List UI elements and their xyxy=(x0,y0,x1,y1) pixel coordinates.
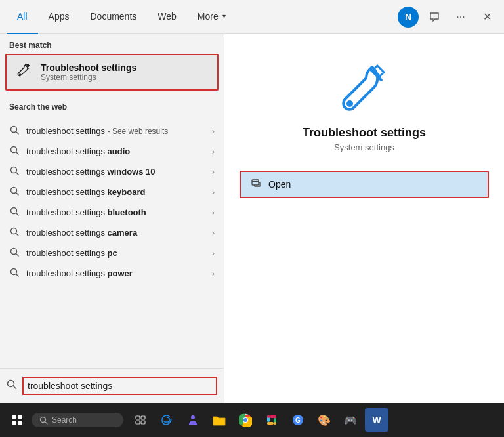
tab-more[interactable]: More ▾ xyxy=(187,0,236,34)
taskbar-google-icon[interactable]: G xyxy=(286,408,310,432)
search-item-3[interactable]: troubleshoot settings windows 10 › xyxy=(0,161,224,182)
nav-controls: N ··· ✕ xyxy=(398,7,497,28)
svg-rect-40 xyxy=(267,422,274,425)
main-content: Best match Troubleshoot settings System … xyxy=(0,34,504,403)
search-section: troubleshoot settings - See web results … xyxy=(0,115,224,289)
taskbar-explorer-icon[interactable] xyxy=(207,408,231,432)
search-item-6-text: troubleshoot settings camera xyxy=(26,228,205,238)
svg-text:G: G xyxy=(295,417,301,424)
search-item-5[interactable]: troubleshoot settings bluetooth › xyxy=(0,202,224,222)
svg-line-6 xyxy=(16,173,19,175)
open-button[interactable]: Open xyxy=(240,171,489,198)
search-icon-5 xyxy=(9,207,20,218)
svg-rect-29 xyxy=(141,416,145,419)
tab-documents[interactable]: Documents xyxy=(79,0,147,34)
wrench-icon xyxy=(16,62,33,83)
search-icon-8 xyxy=(9,268,20,279)
search-item-6[interactable]: troubleshoot settings camera › xyxy=(0,222,224,243)
search-item-7[interactable]: troubleshoot settings pc › xyxy=(0,243,224,263)
search-item-2[interactable]: troubleshoot settings audio › xyxy=(0,141,224,161)
taskbar-search-text: Search xyxy=(52,415,77,425)
search-item-4[interactable]: troubleshoot settings keyboard › xyxy=(0,182,224,202)
taskbar-teams-icon[interactable] xyxy=(181,408,205,432)
search-item-5-arrow: › xyxy=(212,208,215,217)
top-nav: All Apps Documents Web More ▾ N ··· ✕ xyxy=(0,0,504,34)
search-item-1-arrow: › xyxy=(212,127,215,136)
search-item-8-text: troubleshoot settings power xyxy=(26,268,205,278)
svg-rect-23 xyxy=(18,415,22,419)
search-item-5-text: troubleshoot settings bluetooth xyxy=(26,207,205,217)
detail-icon-wrap xyxy=(338,60,390,115)
svg-point-19 xyxy=(346,100,353,107)
search-item-7-arrow: › xyxy=(212,249,215,258)
svg-line-16 xyxy=(16,274,19,277)
best-match-subtitle: System settings xyxy=(41,73,136,82)
search-bar-icon xyxy=(7,379,17,392)
tab-web[interactable]: Web xyxy=(147,0,187,34)
right-panel: Troubleshoot settings System settings Op… xyxy=(224,34,504,403)
svg-rect-25 xyxy=(18,421,22,425)
taskbar-edge-icon[interactable] xyxy=(155,408,178,432)
detail-subtitle: System settings xyxy=(334,142,394,152)
search-item-3-text: troubleshoot settings windows 10 xyxy=(26,167,205,177)
taskbar-start-button[interactable] xyxy=(5,408,29,432)
open-button-wrap: Open xyxy=(240,171,489,198)
svg-rect-22 xyxy=(12,415,16,419)
chat-icon-button[interactable] xyxy=(424,7,445,28)
svg-rect-20 xyxy=(252,180,259,185)
taskbar-taskview-button[interactable] xyxy=(129,408,152,432)
search-icon-2 xyxy=(9,146,20,157)
tab-documents-label: Documents xyxy=(90,11,136,22)
best-match-item[interactable]: Troubleshoot settings System settings xyxy=(5,54,219,91)
search-icon-1 xyxy=(9,125,20,136)
search-input[interactable] xyxy=(22,377,217,395)
open-label: Open xyxy=(268,179,291,190)
svg-rect-24 xyxy=(12,421,16,425)
left-panel: Best match Troubleshoot settings System … xyxy=(0,34,224,403)
search-icon-4 xyxy=(9,186,20,198)
taskbar-word-icon[interactable]: W xyxy=(365,408,388,432)
svg-rect-42 xyxy=(270,415,276,418)
open-btn-icon xyxy=(251,178,262,190)
search-item-7-text: troubleshoot settings pc xyxy=(26,248,205,258)
tab-all[interactable]: All xyxy=(7,0,38,34)
search-item-1[interactable]: troubleshoot settings - See web results … xyxy=(0,121,224,141)
web-search-label: Search the web xyxy=(0,96,224,115)
svg-line-2 xyxy=(16,132,19,135)
tab-apps-label: Apps xyxy=(49,11,70,22)
svg-rect-28 xyxy=(136,416,140,419)
detail-wrench-icon xyxy=(338,60,390,113)
svg-line-10 xyxy=(16,213,19,216)
svg-rect-41 xyxy=(274,422,276,425)
close-button[interactable]: ✕ xyxy=(476,7,497,28)
search-item-2-text: troubleshoot settings audio xyxy=(26,146,205,156)
svg-line-27 xyxy=(45,421,48,424)
search-item-8[interactable]: troubleshoot settings power › xyxy=(0,263,224,283)
svg-line-12 xyxy=(16,234,19,236)
svg-line-8 xyxy=(16,193,19,196)
svg-point-32 xyxy=(191,415,195,419)
svg-line-4 xyxy=(16,152,19,155)
tab-apps[interactable]: Apps xyxy=(38,0,80,34)
svg-point-35 xyxy=(243,418,247,422)
search-icon-3 xyxy=(9,166,20,177)
svg-line-18 xyxy=(14,386,16,389)
best-match-title: Troubleshoot settings xyxy=(41,62,136,73)
taskbar-xbox-icon[interactable]: 🎮 xyxy=(339,408,362,432)
taskbar-slack-icon[interactable] xyxy=(260,408,284,432)
svg-rect-43 xyxy=(267,415,270,418)
search-icon-7 xyxy=(9,247,20,259)
taskbar: Search xyxy=(0,403,504,437)
svg-rect-30 xyxy=(136,421,140,424)
search-item-2-arrow: › xyxy=(212,147,215,156)
taskbar-paint-icon[interactable]: 🎨 xyxy=(312,408,336,432)
taskbar-chrome-icon[interactable] xyxy=(234,408,257,432)
avatar[interactable]: N xyxy=(398,7,419,28)
more-dropdown-icon: ▾ xyxy=(222,12,226,20)
ellipsis-button[interactable]: ··· xyxy=(450,7,471,28)
taskbar-search[interactable]: Search xyxy=(32,413,123,427)
search-bar-container xyxy=(0,368,224,403)
search-item-8-arrow: › xyxy=(212,269,215,278)
tab-web-label: Web xyxy=(158,11,177,22)
best-match-text: Troubleshoot settings System settings xyxy=(41,62,136,82)
